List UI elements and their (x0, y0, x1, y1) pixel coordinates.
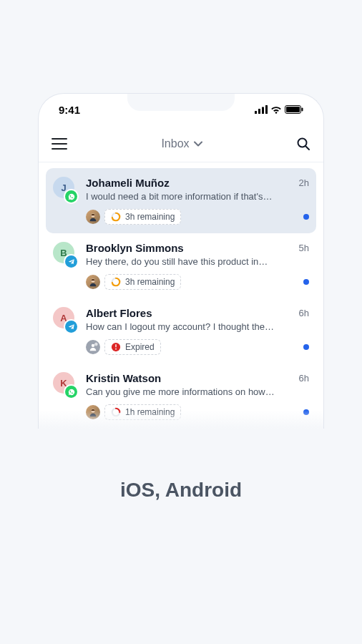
timestamp: 6h (299, 373, 309, 384)
svg-rect-3 (265, 105, 268, 114)
conversation-list: JJohameli Muñoz2hI would need a bit more… (39, 162, 323, 429)
assignee-avatar (86, 210, 100, 224)
sla-label: 3h remaining (125, 277, 175, 287)
conversation-item[interactable]: JJohameli Muñoz2hI would need a bit more… (46, 168, 316, 233)
sla-chip: 3h remaining (104, 274, 181, 290)
chevron-down-icon (194, 141, 202, 147)
battery-icon (285, 105, 303, 114)
svg-rect-0 (255, 111, 257, 114)
message-preview: Can you give me more informations on how… (86, 386, 309, 397)
contact-name: Albert Flores (86, 307, 293, 319)
sla-label: 1h remaining (125, 407, 175, 417)
unread-indicator (303, 214, 309, 220)
svg-rect-21 (115, 344, 116, 347)
timestamp: 2h (299, 177, 309, 188)
telegram-icon (65, 321, 77, 333)
timestamp: 5h (299, 243, 309, 253)
contact-avatar: A (53, 307, 77, 331)
navbar-title: Inbox (161, 137, 189, 150)
svg-point-16 (92, 344, 94, 347)
menu-button[interactable] (52, 138, 67, 150)
phone-frame: 9:41 Inbox JJohameli Muñoz2hI would need… (38, 93, 324, 429)
assignee-avatar (86, 405, 100, 419)
sla-chip: Expired (104, 339, 161, 355)
conversation-item[interactable]: BBrooklyn Simmons5hHey there, do you sti… (46, 233, 316, 298)
svg-rect-2 (262, 107, 264, 114)
contact-avatar: B (53, 242, 77, 266)
svg-rect-1 (258, 109, 260, 114)
svg-line-9 (305, 146, 309, 150)
platform-caption: iOS, Android (120, 479, 242, 502)
contact-avatar: J (53, 177, 77, 201)
sla-label: 3h remaining (125, 212, 175, 222)
inbox-selector[interactable]: Inbox (161, 137, 202, 150)
unread-indicator (303, 409, 309, 415)
unread-indicator (303, 279, 309, 285)
sla-ring-icon (111, 277, 121, 287)
unread-indicator (303, 344, 309, 350)
svg-rect-7 (302, 108, 303, 112)
sla-chip: 1h remaining (104, 404, 181, 420)
sla-chip: 3h remaining (104, 209, 181, 225)
expired-icon (111, 342, 121, 352)
unassigned-avatar (86, 340, 100, 354)
contact-name: Kristin Watson (86, 372, 293, 384)
message-preview: I would need a bit more information if t… (86, 191, 309, 202)
sla-label: Expired (125, 342, 155, 352)
whatsapp-icon (65, 190, 77, 203)
svg-rect-6 (286, 107, 300, 112)
sla-ring-icon (111, 212, 121, 222)
navbar: Inbox (39, 125, 323, 162)
notch (127, 94, 235, 111)
whatsapp-icon (65, 386, 77, 398)
contact-avatar: K (53, 372, 77, 396)
conversation-item[interactable]: KKristin Watson6hCan you give me more in… (46, 364, 316, 429)
message-preview: How can I logout my account? I thought t… (86, 321, 309, 332)
assignee-avatar (86, 275, 100, 289)
timestamp: 6h (299, 308, 309, 318)
search-icon[interactable] (296, 137, 310, 151)
contact-name: Brooklyn Simmons (86, 242, 293, 254)
message-preview: Hey there, do you still have this produc… (86, 256, 309, 267)
cellular-icon (255, 105, 268, 114)
telegram-icon (65, 255, 77, 268)
clock: 9:41 (59, 104, 80, 116)
svg-point-4 (275, 112, 278, 114)
svg-point-22 (115, 348, 117, 350)
wifi-icon (270, 105, 282, 114)
contact-name: Johameli Muñoz (86, 177, 293, 189)
conversation-item[interactable]: AAlbert Flores6hHow can I logout my acco… (46, 298, 316, 364)
sla-ring-icon (111, 407, 121, 417)
